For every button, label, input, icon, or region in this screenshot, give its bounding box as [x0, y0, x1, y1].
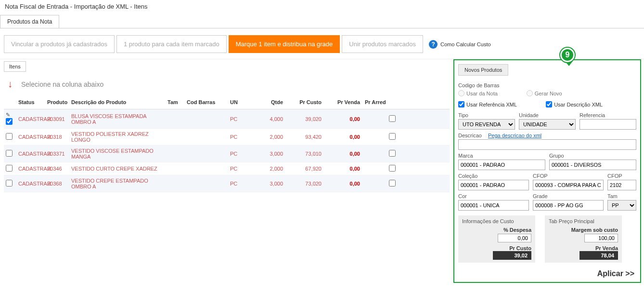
tab-preco-header: Tab Preço Principal — [549, 218, 618, 224]
cell-qtde: 3,000 — [254, 151, 288, 157]
cor-input[interactable] — [458, 200, 529, 211]
cell-prvenda: 0,00 — [326, 134, 365, 140]
grade-label: Grade — [533, 193, 604, 199]
table-row[interactable]: ✎ CADASTRAR203091BLUSA VISCOSE ESTAMPADA… — [4, 109, 450, 129]
tab-produtos[interactable]: Produtos da Nota — [0, 15, 59, 28]
items-grid: Status Produto Descrição do Produto Tam … — [4, 95, 450, 192]
cell-qtde: 2,000 — [254, 166, 288, 172]
col-produto: Produto — [47, 99, 71, 105]
cell-produto: 20346 — [47, 166, 71, 172]
table-row[interactable]: CADASTRAR203371VESTIDO VISCOSE ESTAMPADO… — [4, 146, 450, 162]
cell-desc: VESTIDO POLIESTER XADREZ LONGO — [71, 131, 167, 143]
check-usar-ref-xml[interactable]: Usar Referência XML — [458, 101, 517, 107]
prcusto-value: 39,02 — [493, 251, 531, 260]
col-desc: Descrição do Produto — [71, 99, 167, 105]
cell-prcusto: 67,920 — [288, 166, 326, 172]
prvenda-value: 78,04 — [580, 251, 618, 260]
check-usar-desc-xml[interactable]: Usar Descrição XML — [546, 101, 603, 107]
marca-input[interactable] — [458, 160, 545, 170]
cell-prvenda: 0,00 — [326, 181, 365, 187]
tam-select[interactable]: PP — [607, 200, 636, 211]
col-cod: Cod Barras — [187, 99, 230, 105]
btn-unir[interactable]: Unir produtos marcados — [342, 35, 423, 53]
col-prvenda: Pr Venda — [326, 99, 365, 105]
step-pin: 9 — [560, 48, 578, 65]
grade-input[interactable] — [533, 200, 604, 211]
btn-um-produto[interactable]: 1 produto para cada item marcado — [116, 35, 227, 53]
cell-qtde: 2,000 — [254, 134, 288, 140]
cell-status: CADASTRAR — [18, 166, 47, 172]
arrow-down-icon: ↓ — [8, 79, 13, 90]
instruction-text: Selecione na coluna abaixo — [21, 80, 103, 88]
help[interactable]: ? Como Calcular Custo — [429, 40, 491, 49]
cell-un: PC — [230, 166, 254, 172]
margem-input[interactable] — [584, 234, 618, 242]
row-end-checkbox[interactable] — [389, 165, 396, 172]
table-row[interactable]: CADASTRAR20368VESTIDO CREPE ESTAMPADO OM… — [4, 175, 450, 192]
row-end-checkbox[interactable] — [389, 180, 396, 187]
row-select-checkbox[interactable] — [6, 150, 13, 157]
row-select-checkbox[interactable] — [6, 165, 13, 172]
unidade-label: Unidade — [519, 112, 576, 118]
help-icon: ? — [429, 40, 438, 49]
descricao-input[interactable] — [458, 139, 636, 150]
table-row[interactable]: CADASTRAR20346VESTIDO CURTO CREPE XADREZ… — [4, 162, 450, 175]
tipo-select[interactable]: UTO REVENDA — [458, 119, 515, 130]
cell-desc: VESTIDO VISCOSE ESTAMPADO MANGA — [71, 148, 167, 160]
cell-prcusto: 73,010 — [288, 151, 326, 157]
despesa-label: % Despesa — [462, 227, 531, 233]
col-prarred: Pr Arred — [365, 99, 389, 105]
cell-produto: 20368 — [47, 181, 71, 187]
cell-qtde: 4,000 — [254, 116, 288, 122]
cor-label: Cor — [458, 193, 529, 199]
aplicar-button[interactable]: Aplicar >> — [597, 269, 634, 278]
cell-un: PC — [230, 134, 254, 140]
row-select-checkbox[interactable] — [6, 180, 13, 187]
table-row[interactable]: CADASTRAR20318VESTIDO POLIESTER XADREZ L… — [4, 129, 450, 146]
cfop2-input[interactable] — [607, 180, 636, 190]
btn-distribua-grade[interactable]: Marque 1 item e distribua na grade — [229, 35, 340, 53]
marca-label: Marca — [458, 153, 545, 159]
cell-qtde: 3,000 — [254, 181, 288, 187]
margem-label: Margem sob custo — [549, 227, 618, 233]
row-end-checkbox[interactable] — [389, 115, 396, 122]
row-end-checkbox[interactable] — [389, 133, 396, 140]
grid-header: Status Produto Descrição do Produto Tam … — [4, 95, 450, 109]
grupo-input[interactable] — [549, 160, 636, 170]
row-end-checkbox[interactable] — [389, 150, 396, 157]
cell-un: PC — [230, 151, 254, 157]
pega-descricao-link[interactable]: Pega descricao do xml — [488, 133, 541, 138]
info-custo-header: Informações de Custo — [462, 218, 531, 224]
cell-prvenda: 0,00 — [326, 166, 365, 172]
colecao-input[interactable] — [458, 180, 529, 190]
descricao-label: Descricao — [458, 133, 482, 138]
radio-gerar-novo[interactable]: Gerar Novo — [527, 90, 562, 96]
prcusto-label: Pr Custo — [462, 245, 531, 251]
row-select-checkbox[interactable] — [6, 133, 13, 140]
cell-status: CADASTRAR — [18, 181, 47, 187]
cell-produto: 203371 — [47, 151, 71, 157]
btn-vincular[interactable]: Vincular a produtos já cadastrados — [4, 35, 115, 53]
row-select-checkbox[interactable] — [6, 118, 13, 125]
cell-prvenda: 0,00 — [326, 116, 365, 122]
cell-status: CADASTRAR — [18, 151, 47, 157]
col-un: UN — [230, 99, 254, 105]
unidade-select[interactable]: UNIDADE — [519, 119, 576, 130]
col-tam: Tam — [167, 99, 187, 105]
cell-prvenda: 0,00 — [326, 151, 365, 157]
colecao-label: Coleção — [458, 173, 529, 179]
despesa-input[interactable] — [498, 234, 531, 242]
novos-produtos-panel: 9 Novos Produtos Codigo de Barras Usar d… — [453, 59, 641, 283]
radio-usar-da-nota[interactable]: Usar da Nota — [458, 90, 498, 96]
edit-icon: ✎ — [6, 112, 10, 118]
cfop-input[interactable] — [533, 180, 604, 190]
referencia-input[interactable] — [580, 119, 636, 130]
tabs: Produtos da Nota — [0, 15, 644, 28]
cfop-label: CFOP — [533, 173, 604, 179]
tab-novos-produtos[interactable]: Novos Produtos — [458, 64, 508, 76]
tab-itens[interactable]: Itens — [4, 61, 26, 72]
cell-desc: VESTIDO CREPE ESTAMPADO OMBRO A — [71, 178, 167, 189]
cell-desc: BLUSA VISCOSE ESTAMPADA OMBRO A — [71, 113, 167, 125]
cell-un: PC — [230, 181, 254, 187]
cell-prcusto: 39,020 — [288, 116, 326, 122]
